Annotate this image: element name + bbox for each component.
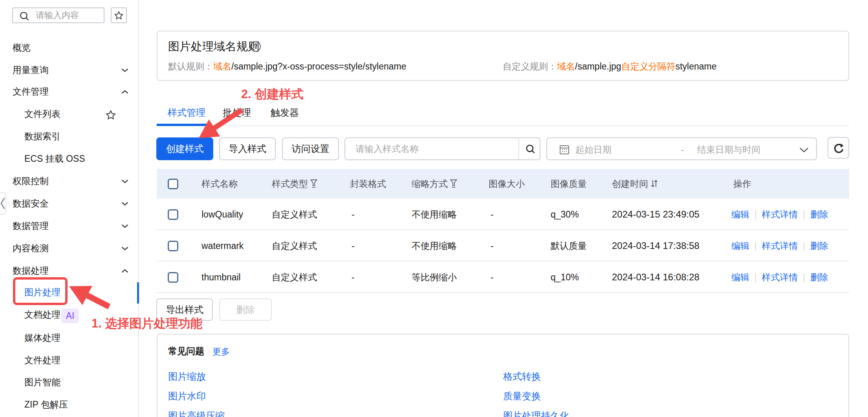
svg-text:?: ? bbox=[254, 43, 257, 50]
